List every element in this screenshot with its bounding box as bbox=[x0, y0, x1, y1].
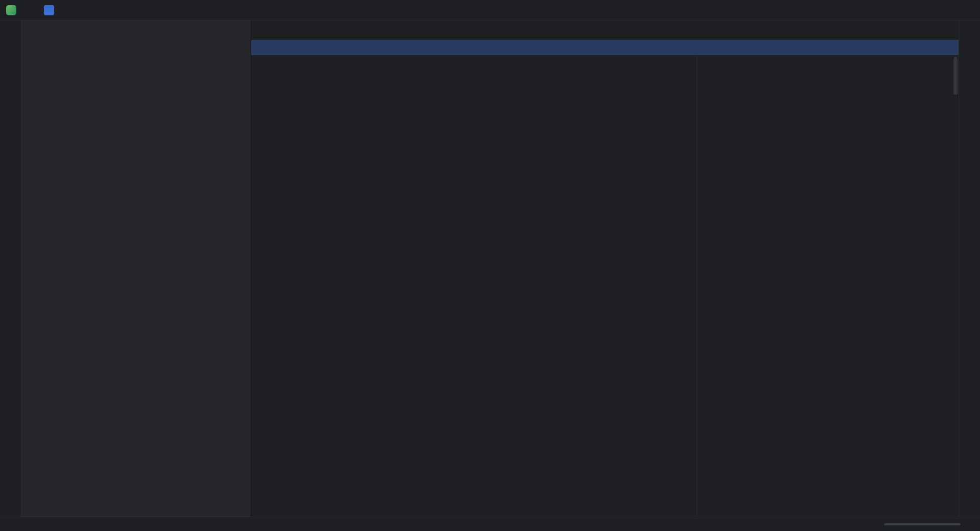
titlebar-right bbox=[912, 0, 980, 20]
main-area bbox=[0, 20, 980, 517]
project-icon-badge bbox=[44, 5, 54, 15]
project-tool-window bbox=[21, 20, 251, 517]
run-configuration-selector[interactable] bbox=[912, 3, 924, 18]
left-tool-strip bbox=[0, 20, 21, 517]
app-logo bbox=[6, 5, 16, 15]
run-button[interactable] bbox=[924, 3, 939, 18]
project-widget[interactable] bbox=[40, 3, 65, 18]
statusbar bbox=[0, 517, 980, 531]
titlebar bbox=[0, 0, 980, 20]
right-margin-guide bbox=[697, 55, 697, 517]
titlebar-left bbox=[6, 3, 81, 18]
ide-window bbox=[0, 0, 980, 531]
editor-tab-bar bbox=[251, 20, 959, 40]
sync-progress-bar bbox=[884, 523, 961, 525]
debug-button[interactable] bbox=[939, 3, 954, 18]
project-panel-header[interactable] bbox=[21, 20, 251, 39]
more-actions-button[interactable] bbox=[954, 3, 970, 18]
code-editor[interactable] bbox=[251, 55, 959, 517]
statusbar-right bbox=[877, 523, 974, 525]
vcs-widget[interactable] bbox=[69, 3, 81, 18]
project-tree bbox=[21, 39, 251, 517]
editor-scrollbar[interactable] bbox=[953, 57, 958, 95]
editor-area bbox=[251, 20, 959, 517]
main-menu-button[interactable] bbox=[20, 3, 36, 18]
right-tool-strip bbox=[959, 20, 980, 517]
sync-banner bbox=[251, 40, 959, 55]
